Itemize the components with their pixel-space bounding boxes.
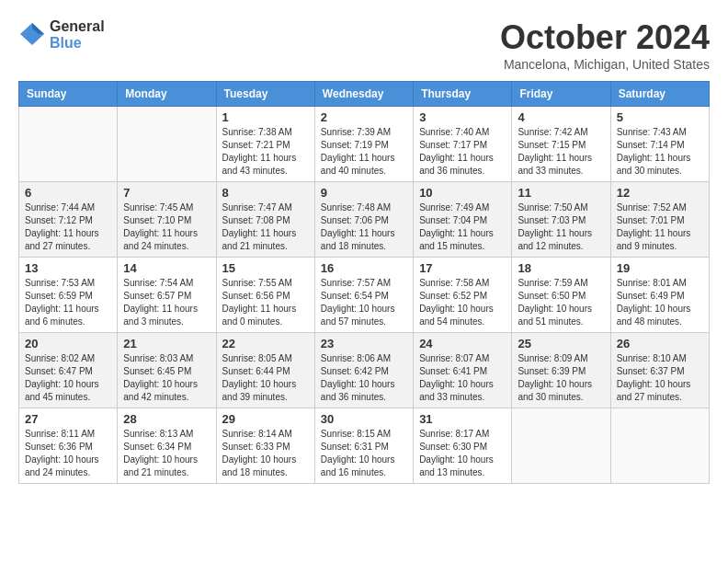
day-info: Sunrise: 7:59 AM Sunset: 6:50 PM Dayligh… [518, 277, 604, 328]
day-info: Sunrise: 8:05 AM Sunset: 6:44 PM Dayligh… [222, 352, 309, 404]
daylight-label: Daylight: 11 hours and 43 minutes. [222, 153, 297, 176]
day-number: 17 [419, 261, 506, 275]
sunrise-label: Sunrise: 7:43 AM [617, 127, 687, 137]
day-number: 8 [222, 186, 309, 200]
day-header-wednesday: Wednesday [314, 82, 413, 107]
daylight-label: Daylight: 10 hours and 36 minutes. [321, 379, 395, 402]
day-cell-27: 27 Sunrise: 8:11 AM Sunset: 6:36 PM Dayl… [19, 408, 118, 484]
sunrise-label: Sunrise: 7:50 AM [518, 202, 587, 213]
logo-icon [18, 21, 46, 49]
day-cell-14: 14 Sunrise: 7:54 AM Sunset: 6:57 PM Dayl… [118, 258, 216, 333]
empty-cell [19, 107, 118, 182]
day-number: 25 [518, 337, 604, 350]
daylight-label: Daylight: 10 hours and 27 minutes. [617, 379, 691, 402]
day-number: 11 [518, 186, 604, 200]
calendar-week-row: 20 Sunrise: 8:02 AM Sunset: 6:47 PM Dayl… [19, 333, 710, 408]
sunset-label: Sunset: 6:52 PM [419, 291, 487, 301]
day-number: 14 [123, 261, 210, 275]
day-cell-1: 1 Sunrise: 7:38 AM Sunset: 7:21 PM Dayli… [216, 107, 314, 182]
day-cell-30: 30 Sunrise: 8:15 AM Sunset: 6:31 PM Dayl… [314, 408, 413, 484]
sunrise-label: Sunrise: 7:57 AM [321, 278, 391, 288]
calendar-week-row: 27 Sunrise: 8:11 AM Sunset: 6:36 PM Dayl… [19, 408, 710, 484]
day-info: Sunrise: 7:42 AM Sunset: 7:15 PM Dayligh… [518, 126, 604, 178]
day-number: 15 [222, 261, 309, 275]
day-info: Sunrise: 8:07 AM Sunset: 6:41 PM Dayligh… [419, 352, 506, 404]
day-cell-21: 21 Sunrise: 8:03 AM Sunset: 6:45 PM Dayl… [118, 333, 216, 408]
sunset-label: Sunset: 6:42 PM [321, 366, 389, 376]
day-cell-12: 12 Sunrise: 7:52 AM Sunset: 7:01 PM Dayl… [610, 182, 709, 258]
daylight-label: Daylight: 10 hours and 18 minutes. [222, 454, 297, 477]
day-cell-17: 17 Sunrise: 7:58 AM Sunset: 6:52 PM Dayl… [414, 258, 512, 333]
sunset-label: Sunset: 6:34 PM [123, 442, 191, 452]
daylight-label: Daylight: 10 hours and 24 minutes. [25, 454, 99, 477]
sunrise-label: Sunrise: 7:45 AM [123, 202, 193, 213]
sunrise-label: Sunrise: 8:06 AM [321, 353, 391, 363]
calendar-week-row: 13 Sunrise: 7:53 AM Sunset: 6:59 PM Dayl… [19, 258, 710, 333]
day-info: Sunrise: 7:48 AM Sunset: 7:06 PM Dayligh… [321, 201, 407, 253]
sunrise-label: Sunrise: 8:07 AM [419, 353, 489, 363]
day-number: 12 [617, 186, 703, 200]
sunset-label: Sunset: 7:03 PM [518, 215, 586, 225]
day-cell-10: 10 Sunrise: 7:49 AM Sunset: 7:04 PM Dayl… [414, 182, 512, 258]
day-number: 16 [321, 261, 407, 275]
daylight-label: Daylight: 10 hours and 42 minutes. [123, 379, 198, 402]
day-info: Sunrise: 7:47 AM Sunset: 7:08 PM Dayligh… [222, 201, 309, 253]
day-cell-16: 16 Sunrise: 7:57 AM Sunset: 6:54 PM Dayl… [314, 258, 413, 333]
sunset-label: Sunset: 7:06 PM [321, 215, 389, 225]
day-cell-3: 3 Sunrise: 7:40 AM Sunset: 7:17 PM Dayli… [414, 107, 512, 182]
day-info: Sunrise: 8:01 AM Sunset: 6:49 PM Dayligh… [617, 277, 703, 328]
sunset-label: Sunset: 7:15 PM [518, 140, 586, 150]
sunrise-label: Sunrise: 7:54 AM [123, 278, 193, 288]
sunset-label: Sunset: 6:41 PM [419, 366, 487, 376]
logo: General Blue [18, 18, 105, 51]
sunset-label: Sunset: 6:57 PM [123, 291, 191, 301]
sunrise-label: Sunrise: 8:13 AM [123, 429, 193, 439]
day-header-sunday: Sunday [19, 82, 118, 107]
sunrise-label: Sunrise: 8:17 AM [419, 429, 489, 439]
day-cell-18: 18 Sunrise: 7:59 AM Sunset: 6:50 PM Dayl… [512, 258, 610, 333]
daylight-label: Daylight: 11 hours and 40 minutes. [321, 153, 395, 176]
day-cell-24: 24 Sunrise: 8:07 AM Sunset: 6:41 PM Dayl… [414, 333, 512, 408]
day-number: 4 [518, 110, 604, 124]
sunrise-label: Sunrise: 7:53 AM [25, 278, 95, 288]
sunrise-label: Sunrise: 8:02 AM [25, 353, 95, 363]
calendar-header-row: SundayMondayTuesdayWednesdayThursdayFrid… [19, 82, 710, 107]
sunset-label: Sunset: 7:01 PM [617, 215, 685, 225]
day-info: Sunrise: 7:39 AM Sunset: 7:19 PM Dayligh… [321, 126, 407, 178]
day-cell-6: 6 Sunrise: 7:44 AM Sunset: 7:12 PM Dayli… [19, 182, 118, 258]
sunrise-label: Sunrise: 8:03 AM [123, 353, 193, 363]
day-cell-26: 26 Sunrise: 8:10 AM Sunset: 6:37 PM Dayl… [610, 333, 709, 408]
page-header: General Blue October 2024 Mancelona, Mic… [18, 18, 710, 72]
sunset-label: Sunset: 7:10 PM [123, 215, 191, 225]
day-info: Sunrise: 7:54 AM Sunset: 6:57 PM Dayligh… [123, 277, 210, 328]
day-info: Sunrise: 7:44 AM Sunset: 7:12 PM Dayligh… [25, 201, 111, 253]
daylight-label: Daylight: 10 hours and 21 minutes. [123, 454, 198, 477]
daylight-label: Daylight: 11 hours and 24 minutes. [123, 228, 198, 251]
day-number: 9 [321, 186, 407, 200]
day-info: Sunrise: 7:38 AM Sunset: 7:21 PM Dayligh… [222, 126, 309, 178]
title-area: October 2024 Mancelona, Michigan, United… [500, 18, 710, 72]
day-cell-28: 28 Sunrise: 8:13 AM Sunset: 6:34 PM Dayl… [118, 408, 216, 484]
daylight-label: Daylight: 11 hours and 21 minutes. [222, 228, 297, 251]
daylight-label: Daylight: 11 hours and 27 minutes. [25, 228, 99, 251]
day-info: Sunrise: 8:17 AM Sunset: 6:30 PM Dayligh… [419, 428, 506, 479]
day-cell-11: 11 Sunrise: 7:50 AM Sunset: 7:03 PM Dayl… [512, 182, 610, 258]
daylight-label: Daylight: 10 hours and 39 minutes. [222, 379, 297, 402]
location: Mancelona, Michigan, United States [500, 57, 710, 72]
day-info: Sunrise: 7:49 AM Sunset: 7:04 PM Dayligh… [419, 201, 506, 253]
daylight-label: Daylight: 10 hours and 51 minutes. [518, 304, 592, 327]
sunrise-label: Sunrise: 7:59 AM [518, 278, 587, 288]
sunrise-label: Sunrise: 8:09 AM [518, 353, 587, 363]
day-number: 10 [419, 186, 506, 200]
month-title: October 2024 [500, 18, 710, 57]
day-info: Sunrise: 7:57 AM Sunset: 6:54 PM Dayligh… [321, 277, 407, 328]
sunset-label: Sunset: 6:36 PM [25, 442, 93, 452]
day-info: Sunrise: 7:50 AM Sunset: 7:03 PM Dayligh… [518, 201, 604, 253]
daylight-label: Daylight: 11 hours and 18 minutes. [321, 228, 395, 251]
day-number: 19 [617, 261, 703, 275]
empty-cell [610, 408, 709, 484]
day-number: 2 [321, 110, 407, 124]
sunrise-label: Sunrise: 8:01 AM [617, 278, 687, 288]
sunrise-label: Sunrise: 7:42 AM [518, 127, 587, 137]
sunset-label: Sunset: 7:14 PM [617, 140, 685, 150]
